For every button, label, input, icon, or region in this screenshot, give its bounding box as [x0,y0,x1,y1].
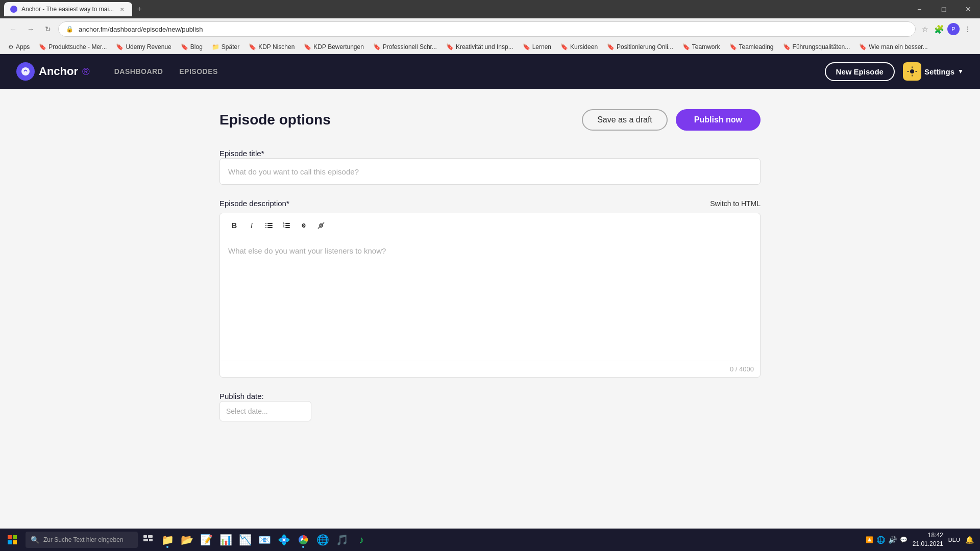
publish-date-value: Select date... [226,407,268,415]
bookmark-professionell[interactable]: 🔖 Professionell Schr... [369,42,441,52]
switch-to-html-button[interactable]: Switch to HTML [710,199,761,208]
new-tab-button[interactable]: + [132,2,146,16]
system-tray: 🔼 🌐 🔊 💬 [866,536,908,544]
svg-rect-1 [265,223,266,224]
active-tab[interactable]: Anchor - The easiest way to mai... ✕ [4,2,132,16]
settings-button[interactable]: Settings ▼ [903,62,964,81]
menu-button[interactable]: ⋮ [962,23,974,35]
taskbar-excel-app[interactable]: 📊 [216,531,235,549]
nav-dashboard[interactable]: DASHBOARD [114,67,163,76]
publish-date-label: Publish date: [219,392,264,400]
logo[interactable]: Anchor ® [16,62,90,81]
svg-rect-19 [148,535,153,538]
reload-button[interactable]: ↻ [41,22,55,36]
svg-rect-21 [149,539,153,541]
unordered-list-button[interactable] [261,217,277,234]
main-content: Episode options Save as a draft Publish … [209,89,771,456]
tab-close-button[interactable]: ✕ [118,5,126,13]
taskbar-right: 🔼 🌐 🔊 💬 18:42 21.01.2021 DEU 🔔 [866,531,978,548]
remove-link-button[interactable] [313,217,329,234]
start-button[interactable] [2,530,22,550]
forward-button[interactable]: → [23,22,38,36]
svg-rect-20 [143,539,148,541]
extensions-button[interactable]: 🧩 [933,23,945,35]
svg-rect-8 [285,223,290,224]
bookmark-teamleading[interactable]: 🔖 Teamleading [725,42,778,52]
taskbar-misc-app[interactable]: 💠 [275,531,293,549]
current-time: 18:42 [913,531,943,540]
svg-text:3.: 3. [283,226,285,229]
tab-favicon [10,6,17,13]
bookmark-fuehrung[interactable]: 🔖 Führungsqualitäten... [779,42,854,52]
taskbar-edge-app[interactable]: 🌐 [313,531,332,549]
episode-description-field: Episode description* Switch to HTML B I [219,199,761,378]
page-title: Episode options [219,112,582,128]
publish-date-input[interactable]: Select date... [219,401,311,421]
maximize-button[interactable]: □ [932,0,955,18]
bookmark-lernen[interactable]: 🔖 Lernen [519,42,555,52]
taskbar-search[interactable]: 🔍 Zur Suche Text hier eingeben [26,532,138,548]
episode-description-label: Episode description* [219,199,289,208]
description-editor: B I [219,213,761,378]
back-button[interactable]: ← [6,22,20,36]
bookmark-blog[interactable]: 🔖 Blog [177,42,207,52]
description-placeholder: What else do you want your listeners to … [228,246,386,255]
notification-bell[interactable]: 🔔 [965,536,974,544]
bookmark-udemy[interactable]: 🔖 Udemy Revenue [112,42,175,52]
svg-rect-10 [285,225,290,226]
bookmark-produktsuche[interactable]: 🔖 Produktsuche - Mer... [35,42,111,52]
close-window-button[interactable]: ✕ [957,0,980,18]
description-editor-content[interactable]: What else do you want your listeners to … [220,238,760,361]
ordered-list-button[interactable]: 1. 2. 3. [278,217,295,234]
bookmark-kdp-bewertungen[interactable]: 🔖 KDP Bewertungen [300,42,368,52]
save-draft-button[interactable]: Save as a draft [582,109,668,131]
network-icon: 🌐 [876,536,885,544]
bookmark-teamwork[interactable]: 🔖 Teamwork [678,42,724,52]
taskbar-time[interactable]: 18:42 21.01.2021 [913,531,943,548]
italic-button[interactable]: I [243,217,260,234]
tray-icon-1: 🔼 [866,536,873,543]
taskbar-spotify-app[interactable]: ♪ [352,531,371,549]
svg-rect-14 [8,535,12,539]
insert-link-button[interactable] [296,217,312,234]
main-nav: DASHBOARD EPISODES [114,67,825,76]
bookmark-positionierung[interactable]: 🔖 Positionierung Onli... [603,42,677,52]
svg-rect-5 [265,227,266,228]
svg-rect-3 [265,225,266,226]
new-episode-button[interactable]: New Episode [825,62,895,81]
description-header: Episode description* Switch to HTML [219,199,761,208]
taskbar-word-app[interactable]: 📝 [197,531,215,549]
taskbar-chrome-app[interactable] [294,531,312,549]
nav-episodes[interactable]: EPISODES [179,67,218,76]
address-bar[interactable]: 🔒 anchor.fm/dashboard/episode/new/publis… [58,21,916,37]
bookmark-kdp-nischen[interactable]: 🔖 KDP Nischen [244,42,299,52]
taskbar-powerpoint-app[interactable]: 📉 [236,531,254,549]
bookmark-wie-man[interactable]: 🔖 Wie man ein besser... [855,42,932,52]
taskbar-explorer-app[interactable]: 📁 [158,531,177,549]
svg-rect-18 [143,535,147,538]
svg-rect-6 [267,227,273,228]
volume-icon: 🔊 [888,536,897,544]
episode-title-label: Episode title* [219,149,264,158]
page-content: Anchor ® DASHBOARD EPISODES New Episode … [0,54,980,513]
task-view-button[interactable] [139,531,157,549]
minimize-button[interactable]: − [908,0,931,18]
bold-button[interactable]: B [226,217,242,234]
publish-now-button[interactable]: Publish now [676,109,761,131]
taskbar-outlook-app[interactable]: 📧 [255,531,274,549]
bookmark-kreativitaet[interactable]: 🔖 Kreativität und Insp... [442,42,518,52]
language-indicator: DEU [948,537,960,543]
bookmark-kursideen[interactable]: 🔖 Kursideen [556,42,602,52]
svg-rect-2 [267,223,273,224]
episode-title-input[interactable] [219,158,761,185]
taskbar-files-app[interactable]: 📂 [178,531,196,549]
bookmark-apps[interactable]: ⚙ Apps [4,42,34,52]
header-actions: New Episode Settings ▼ [825,62,964,81]
bookmark-spaeter[interactable]: 📁 Später [208,42,243,52]
taskbar-music-app[interactable]: 🎵 [333,531,351,549]
bookmark-star-button[interactable]: ☆ [919,23,931,35]
notification-icon: 💬 [900,536,908,543]
logo-icon [16,62,35,81]
profile-button[interactable]: P [947,23,960,35]
svg-line-13 [318,222,324,229]
